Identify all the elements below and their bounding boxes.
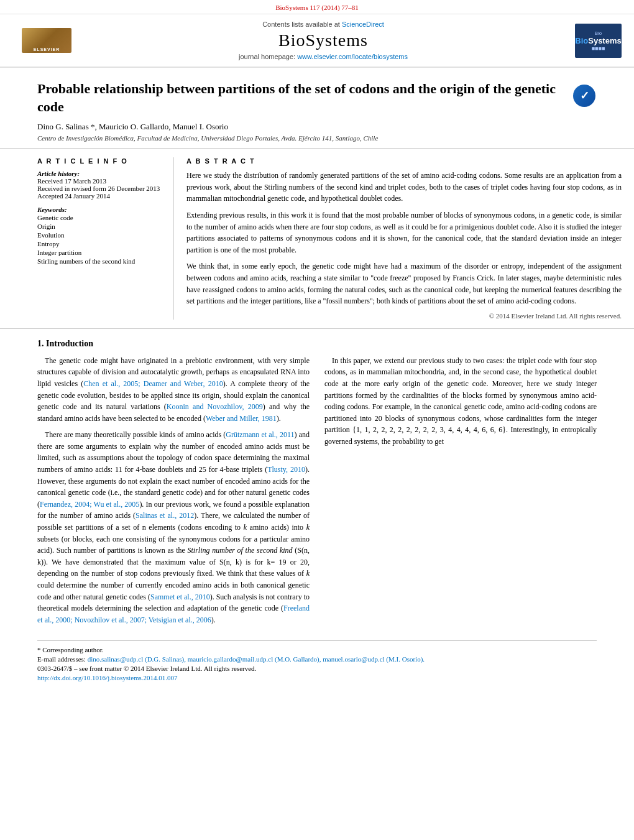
authors-text: Dino G. Salinas *, Mauricio O. Gallardo,… [37, 122, 228, 131]
article-info-column: A R T I C L E I N F O Article history: R… [37, 157, 174, 320]
footnote-email-label: E-mail addresses: [37, 655, 86, 663]
abstract-para-2: Extending previous results, in this work… [186, 210, 622, 256]
publisher-logo-area [12, 21, 81, 60]
accepted-date: Accepted 24 January 2014 [37, 192, 161, 200]
biosystems-logo-mid: BioSystems [575, 36, 621, 45]
ref-chen-2005[interactable]: Chen et al., 2005; Deamer and Weber, 201… [83, 379, 223, 388]
homepage-url[interactable]: www.elsevier.com/locate/biosystems [297, 53, 408, 60]
homepage-label: journal homepage: [239, 53, 297, 60]
ref-weber-1981[interactable]: Weber and Miller, 1981 [206, 414, 277, 423]
keyword-2: Origin [37, 222, 161, 231]
article-info-abstract-section: A R T I C L E I N F O Article history: R… [0, 149, 634, 329]
footnote-section: * Corresponding author. E-mail addresses… [37, 640, 597, 681]
keyword-1: Genetic code [37, 213, 161, 222]
intro-right-col: In this paper, we extend our previous st… [324, 355, 597, 631]
biosystems-logo-bot: ■■■■ [592, 45, 605, 52]
ref-salinas-2012[interactable]: Salinas et al., 2012 [136, 511, 194, 520]
article-info-label: A R T I C L E I N F O [37, 157, 161, 165]
elsevier-image [22, 28, 71, 53]
biosystems-logo-area: Bio BioSystems ■■■■ [566, 21, 622, 60]
abstract-column: A B S T R A C T Here we study the distri… [186, 157, 622, 320]
history-label: Article history: [37, 170, 161, 177]
crossmark-badge[interactable]: ✓ [572, 83, 597, 108]
journal-homepage: journal homepage: www.elsevier.com/locat… [239, 53, 408, 60]
footnote-issn: 0303-2647/$ – see front matter © 2014 El… [37, 665, 597, 672]
intro-para-2: There are many theoretically possible ki… [37, 429, 310, 625]
article-title-section: Probable relationship between partitions… [0, 68, 634, 149]
footnote-doi-link[interactable]: http://dx.doi.org/10.1016/j.biosystems.2… [37, 674, 178, 681]
citation-text: BioSystems 117 (2014) 77–81 [275, 4, 359, 11]
journal-header: Contents lists available at ScienceDirec… [0, 14, 634, 68]
keyword-5: Integer partition [37, 248, 161, 257]
ref-freeland-2000[interactable]: Freeland et al., 2000; Novozhilov et al.… [37, 604, 310, 624]
elsevier-logo [19, 24, 75, 58]
crossmark-icon: ✓ [573, 85, 595, 107]
footnote-emails[interactable]: dino.salinas@udp.cl (D.G. Salinas), maur… [88, 655, 425, 663]
abstract-label: A B S T R A C T [186, 157, 622, 165]
footnote-star: * Corresponding author. [37, 646, 597, 653]
abstract-para-3: We think that, in some early epoch, the … [186, 261, 622, 307]
ref-tlusty-2010[interactable]: Tlusty, 2010 [267, 465, 305, 474]
keywords-list: Genetic code Origin Evolution Entropy In… [37, 213, 161, 265]
keyword-6: Stirling numbers of the second kind [37, 257, 161, 265]
intro-para-3: In this paper, we extend our previous st… [324, 355, 597, 448]
revised-date: Received in revised form 26 December 201… [37, 185, 161, 192]
ref-grutzmann-2011[interactable]: Grützmann et al., 2011 [226, 430, 294, 439]
abstract-para-1: Here we study the distribution of random… [186, 170, 622, 205]
article-history-group: Article history: Received 17 March 2013 … [37, 170, 161, 200]
keywords-label: Keywords: [37, 206, 161, 213]
article-title: Probable relationship between partitions… [37, 80, 566, 116]
contents-line: Contents lists available at ScienceDirec… [262, 21, 384, 28]
keywords-group: Keywords: Genetic code Origin Evolution … [37, 206, 161, 265]
sciencedirect-link[interactable]: ScienceDirect [342, 21, 384, 28]
citation-bar: BioSystems 117 (2014) 77–81 [0, 0, 634, 14]
keyword-3: Evolution [37, 231, 161, 239]
biosystems-logo: Bio BioSystems ■■■■ [575, 24, 622, 58]
footnote-doi: http://dx.doi.org/10.1016/j.biosystems.2… [37, 674, 597, 681]
authors: Dino G. Salinas *, Mauricio O. Gallardo,… [37, 122, 597, 132]
copyright-line: © 2014 Elsevier Ireland Ltd. All rights … [186, 312, 622, 320]
intro-para-1: The genetic code might have originated i… [37, 355, 310, 425]
ref-sammet-2010[interactable]: Sammet et al., 2010 [150, 593, 210, 601]
ref-fernandez-2004[interactable]: Fernandez, 2004; Wu et al., 2005 [40, 500, 139, 509]
journal-title: BioSystems [278, 30, 368, 50]
received-date: Received 17 March 2013 [37, 177, 161, 185]
biosystems-logo-top: Bio [595, 30, 602, 36]
footnote-corresponding: * Corresponding author. [37, 646, 104, 653]
keyword-4: Entropy [37, 239, 161, 248]
intro-left-col: The genetic code might have originated i… [37, 355, 310, 631]
article-title-row: Probable relationship between partitions… [37, 80, 597, 116]
ref-koonin-2009[interactable]: Koonin and Novozhilov, 2009 [167, 402, 263, 411]
contents-label: Contents lists available at [262, 21, 342, 28]
footnote-email-line: E-mail addresses: dino.salinas@udp.cl (D… [37, 655, 597, 663]
introduction-body: The genetic code might have originated i… [37, 355, 597, 631]
affiliation: Centro de Investigación Biomédica, Facul… [37, 134, 597, 142]
abstract-text: Here we study the distribution of random… [186, 170, 622, 307]
introduction-heading: 1. Introduction [37, 339, 597, 349]
main-content: 1. Introduction The genetic code might h… [0, 329, 634, 694]
journal-title-area: Contents lists available at ScienceDirec… [87, 21, 559, 60]
